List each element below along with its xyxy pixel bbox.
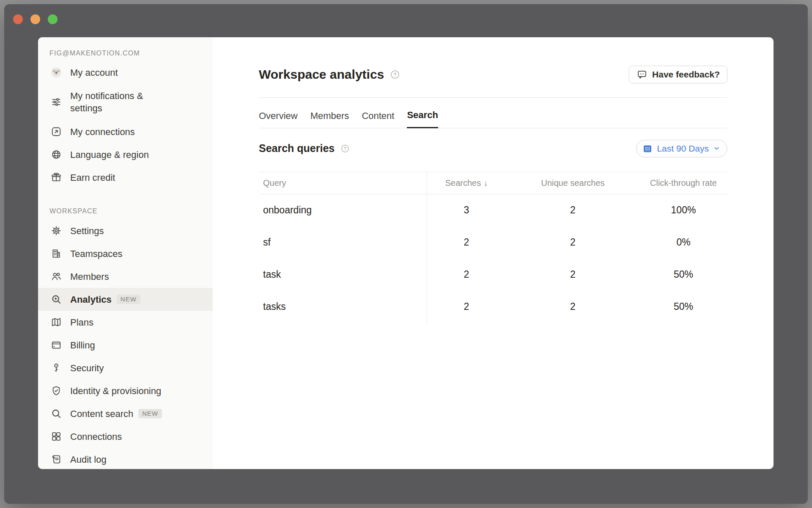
sidebar-item-audit-log[interactable]: Audit log (38, 448, 213, 469)
zoom-button[interactable] (48, 14, 58, 24)
scroll-icon (51, 454, 62, 465)
sidebar-item-teamspaces[interactable]: Teamspaces (38, 242, 213, 265)
searches-cell: 3 (427, 204, 506, 216)
sidebar-item-label: My connections (70, 126, 135, 138)
calendar-icon (642, 144, 653, 154)
sidebar-item-language-region[interactable]: Language & region (38, 143, 213, 166)
title-divider (259, 97, 727, 98)
sliders-icon (51, 97, 62, 108)
sidebar-item-label: Earn credit (70, 171, 115, 184)
app-window: FIG@MAKENOTION.COM My account (4, 4, 808, 504)
sidebar-item-label: Audit log (70, 453, 107, 466)
tab-overview[interactable]: Overview (259, 110, 298, 128)
ctr-cell: 0% (639, 237, 727, 248)
sidebar-item-label: My notifications & settings (70, 90, 167, 114)
magnifier-icon (51, 408, 62, 419)
feedback-label: Have feedback? (652, 69, 720, 80)
settings-sidebar: FIG@MAKENOTION.COM My account (38, 37, 213, 469)
key-icon (51, 362, 62, 373)
credit-card-icon (51, 340, 62, 351)
magnifier-sparkle-icon (51, 294, 62, 305)
search-queries-table: Query Searches↓ Unique searches Click-th… (259, 172, 727, 323)
account-email: FIG@MAKENOTION.COM (49, 49, 213, 58)
have-feedback-button[interactable]: Have feedback? (629, 66, 727, 83)
new-badge: NEW (117, 295, 140, 304)
sidebar-item-plans[interactable]: Plans (38, 311, 213, 334)
ctr-cell: 50% (639, 301, 727, 312)
globe-icon (51, 149, 62, 160)
column-header-unique-searches[interactable]: Unique searches (506, 178, 639, 188)
column-header-query: Query (259, 178, 427, 188)
table-row: tasks 2 2 50% (259, 291, 727, 323)
workspace-nav: Settings Teamspaces (38, 219, 213, 469)
sidebar-item-label: Members (70, 271, 109, 283)
sidebar-item-billing[interactable]: Billing (38, 334, 213, 356)
map-icon (51, 317, 62, 328)
sidebar-item-label: Teamspaces (70, 248, 123, 260)
sidebar-item-label: Analytics (70, 293, 112, 306)
sidebar-item-security[interactable]: Security (38, 356, 213, 379)
sidebar-item-label: My account (70, 66, 118, 79)
searches-cell: 2 (427, 301, 506, 312)
table-header-row: Query Searches↓ Unique searches Click-th… (259, 172, 727, 194)
sidebar-item-label: Connections (70, 431, 122, 443)
table-row: sf 2 2 0% (259, 226, 727, 259)
sidebar-item-earn-credit[interactable]: Earn credit (38, 166, 213, 189)
settings-dialog: FIG@MAKENOTION.COM My account (38, 37, 774, 469)
minimize-button[interactable] (30, 14, 40, 24)
searches-cell: 2 (427, 237, 506, 248)
window-controls (13, 14, 58, 24)
speech-bubble-icon (636, 69, 647, 80)
sidebar-item-members[interactable]: Members (38, 265, 213, 288)
unique-cell: 2 (506, 269, 639, 280)
sidebar-item-analytics[interactable]: Analytics NEW (38, 288, 213, 311)
sidebar-item-settings[interactable]: Settings (38, 219, 213, 242)
sidebar-item-my-account[interactable]: My account (38, 61, 213, 84)
people-icon (51, 271, 62, 282)
tab-content[interactable]: Content (362, 110, 394, 128)
svg-text:?: ? (344, 146, 346, 151)
grid-icon (51, 431, 62, 442)
unique-cell: 2 (506, 301, 639, 312)
shield-check-icon (51, 385, 62, 396)
avatar-icon (51, 67, 62, 78)
tab-search[interactable]: Search (407, 110, 438, 128)
sidebar-item-label: Content search (70, 408, 133, 420)
query-cell: onboarding (259, 204, 427, 216)
sidebar-item-identity-provisioning[interactable]: Identity & provisioning (38, 379, 213, 402)
query-cell: sf (259, 237, 427, 248)
unique-cell: 2 (506, 237, 639, 248)
building-icon (51, 248, 62, 259)
sidebar-item-label: Billing (70, 339, 95, 351)
sidebar-item-my-connections[interactable]: My connections (38, 120, 213, 143)
column-header-ctr[interactable]: Click-through rate (639, 178, 727, 188)
section-title: Search queries (259, 142, 335, 155)
ctr-cell: 100% (639, 204, 727, 216)
analytics-tabs: Overview Members Content Search (259, 110, 727, 128)
arrow-up-right-icon (51, 126, 62, 137)
close-button[interactable] (13, 14, 23, 24)
chevron-down-icon (713, 145, 720, 152)
sidebar-item-notifications-settings[interactable]: My notifications & settings (38, 84, 213, 120)
sidebar-item-label: Identity & provisioning (70, 385, 161, 397)
svg-text:?: ? (394, 72, 396, 77)
gear-icon (51, 225, 62, 236)
sidebar-item-label: Plans (70, 316, 93, 329)
ctr-cell: 50% (639, 269, 727, 280)
tab-members[interactable]: Members (310, 110, 349, 128)
sidebar-item-connections[interactable]: Connections (38, 425, 213, 448)
help-icon[interactable]: ? (390, 69, 400, 80)
sidebar-item-label: Settings (70, 225, 104, 237)
date-range-filter[interactable]: Last 90 Days (636, 140, 727, 157)
workspace-section-header: WORKSPACE (49, 206, 213, 217)
column-header-searches[interactable]: Searches↓ (427, 178, 506, 188)
sidebar-item-content-search[interactable]: Content search NEW (38, 402, 213, 425)
table-column-divider (427, 172, 427, 323)
unique-cell: 2 (506, 204, 639, 216)
section-help-icon[interactable]: ? (340, 144, 350, 153)
searches-cell: 2 (427, 269, 506, 280)
gift-icon (51, 172, 62, 183)
account-nav: My account My notifications & settings (38, 61, 213, 189)
table-row: task 2 2 50% (259, 259, 727, 291)
title-row: Workspace analytics ? (259, 65, 727, 84)
